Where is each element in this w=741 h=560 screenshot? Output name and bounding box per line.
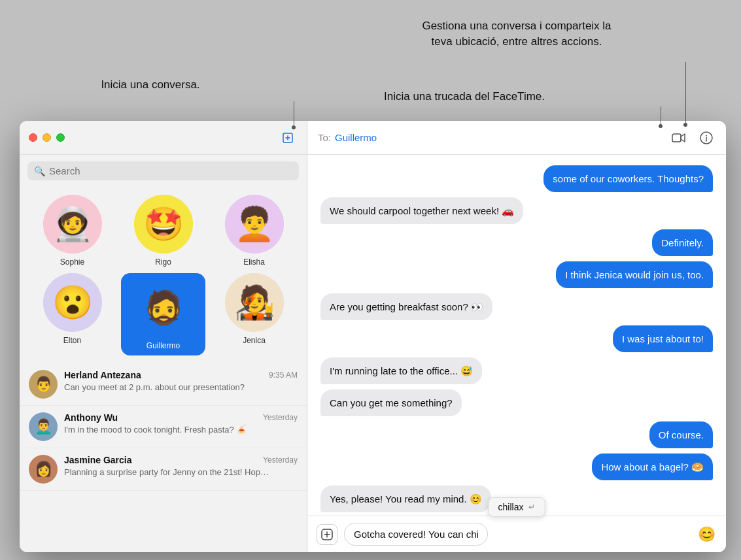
conv-name-herland: Herland Antezana [64, 370, 141, 380]
message-row-m7: I'm running late to the office... 😅 [320, 357, 713, 384]
message-input[interactable] [344, 523, 488, 546]
message-row-m5: Are you getting breakfast soon? 👀 [320, 293, 713, 320]
message-row-m6: I was just about to! [320, 325, 713, 352]
app-store-button[interactable] [317, 524, 337, 545]
autocomplete-word: chillax [498, 502, 524, 512]
chat-to-label: To: [318, 132, 331, 143]
chat-actions [670, 129, 715, 147]
message-row-m8: Can you get me something? [320, 389, 713, 416]
messages-container: some of our coworkers. Thoughts? We shou… [307, 155, 726, 516]
search-icon: 🔍 [34, 166, 45, 176]
chat-header: To: Guillermo [307, 121, 726, 155]
search-input[interactable] [49, 165, 292, 176]
pinned-contacts-grid: 🧑‍🚀 Sophie 🤩 Rigo 🧑‍🦱 Elisha [20, 187, 307, 363]
conv-item-anthony[interactable]: 👨‍🦱 Anthony Wu Yesterday I'm in the mood… [20, 406, 307, 448]
facetime-button[interactable] [670, 129, 688, 147]
pinned-label-elisha: Elisha [243, 257, 265, 267]
bubble-m2: We should carpool together next week! 🚗 [320, 197, 523, 224]
conv-preview-anthony: I'm in the mood to cook tonight. Fresh p… [64, 424, 273, 436]
bubble-m5: Are you getting breakfast soon? 👀 [320, 293, 492, 320]
bubble-m4: I think Jenica would join us, too. [556, 261, 713, 288]
chat-area: To: Guillermo [307, 121, 726, 552]
pinned-contact-rigo[interactable]: 🤩 Rigo [121, 195, 205, 267]
pinned-label-sophie: Sophie [60, 257, 84, 267]
avatar-anthony: 👨‍🦱 [29, 412, 58, 441]
conv-content-jasmine: Jasmine Garcia Yesterday Planning a surp… [64, 455, 298, 478]
annotation-line-manage [685, 62, 686, 124]
conv-time-anthony: Yesterday [263, 413, 298, 422]
bubble-m1: some of our coworkers. Thoughts? [543, 165, 713, 192]
message-row-m4: I think Jenica would join us, too. [320, 261, 713, 288]
conv-preview-jasmine: Planning a surprise party for Jenny on t… [64, 467, 273, 478]
conv-content-herland: Herland Antezana 9:35 AM Can you meet at… [64, 370, 298, 393]
pinned-contact-jenica[interactable]: 🧑‍🎤 Jenica [212, 273, 296, 355]
message-row-m10: How about a bagel? 🥯 [320, 453, 713, 480]
close-button[interactable] [29, 133, 37, 142]
pinned-contact-elisha[interactable]: 🧑‍🦱 Elisha [212, 195, 296, 267]
pinned-contact-sophie[interactable]: 🧑‍🚀 Sophie [30, 195, 114, 267]
search-bar[interactable]: 🔍 [27, 161, 299, 180]
message-row-m9: Of course. [320, 421, 713, 448]
input-area: chillax ↵ 😊 [307, 516, 726, 552]
info-button[interactable] [697, 129, 715, 147]
bubble-m9: Of course. [649, 421, 713, 448]
conv-name-jasmine: Jasmine Garcia [64, 455, 132, 465]
autocomplete-arrow: ↵ [528, 502, 535, 512]
avatar-herland: 👨 [29, 370, 58, 399]
conv-header-anthony: Anthony Wu Yesterday [64, 412, 298, 423]
bubble-m11: Yes, please! You read my mind. 😊 [320, 486, 491, 512]
autocomplete-popup: chillax ↵ [489, 497, 545, 517]
message-row-m1: some of our coworkers. Thoughts? [320, 165, 713, 192]
conv-name-anthony: Anthony Wu [64, 412, 118, 423]
avatar-jasmine: 👩 [29, 455, 58, 484]
maximize-button[interactable] [56, 133, 65, 142]
traffic-lights [29, 133, 65, 142]
pinned-contact-guillermo[interactable]: 🧔 Guillermo [121, 273, 205, 355]
bubble-m10: How about a bagel? 🥯 [592, 453, 713, 480]
conv-item-herland[interactable]: 👨 Herland Antezana 9:35 AM Can you meet … [20, 363, 307, 406]
annotation-facetime: Inicia una trucada del FaceTime. [353, 89, 576, 105]
conv-time-jasmine: Yesterday [263, 455, 298, 465]
pinned-label-guillermo: Guillermo [146, 341, 180, 350]
emoji-button[interactable]: 😊 [696, 524, 717, 545]
pinned-label-elton: Elton [63, 336, 81, 345]
pinned-label-jenica: Jenica [243, 336, 266, 345]
minimize-button[interactable] [43, 133, 51, 142]
message-row-m3: Definitely. [320, 229, 713, 256]
bubble-m6: I was just about to! [613, 325, 713, 352]
conv-content-anthony: Anthony Wu Yesterday I'm in the mood to … [64, 412, 298, 436]
messages-window: 🔍 🧑‍🚀 Sophie 🤩 Rigo 🧑‍🦱 [20, 121, 726, 552]
pinned-label-rigo: Rigo [155, 257, 171, 267]
svg-point-3 [706, 135, 707, 136]
message-input-wrap: chillax ↵ [344, 523, 689, 546]
titlebar [20, 121, 307, 155]
svg-rect-1 [672, 134, 681, 142]
sidebar: 🔍 🧑‍🚀 Sophie 🤩 Rigo 🧑‍🦱 [20, 121, 307, 552]
conv-item-jasmine[interactable]: 👩 Jasmine Garcia Yesterday Planning a su… [20, 448, 307, 491]
annotation-manage: Gestiona una conversa i comparteix latev… [386, 18, 647, 50]
bubble-m8: Can you get me something? [320, 389, 462, 416]
message-row-m2: We should carpool together next week! 🚗 [320, 197, 713, 224]
annotation-compose: Inicia una conversa. [78, 77, 222, 93]
conv-time-herland: 9:35 AM [269, 371, 298, 380]
pinned-contact-elton[interactable]: 😮 Elton [30, 273, 114, 355]
conv-preview-herland: Can you meet at 2 p.m. about our present… [64, 382, 273, 393]
conversation-list: 👨 Herland Antezana 9:35 AM Can you meet … [20, 363, 307, 552]
bubble-m3: Definitely. [652, 229, 713, 256]
bubble-m7: I'm running late to the office... 😅 [320, 357, 482, 384]
conv-header-jasmine: Jasmine Garcia Yesterday [64, 455, 298, 465]
conv-header-herland: Herland Antezana 9:35 AM [64, 370, 298, 380]
chat-to: To: Guillermo [318, 132, 377, 143]
chat-to-name[interactable]: Guillermo [335, 132, 377, 143]
compose-button[interactable] [278, 128, 298, 148]
